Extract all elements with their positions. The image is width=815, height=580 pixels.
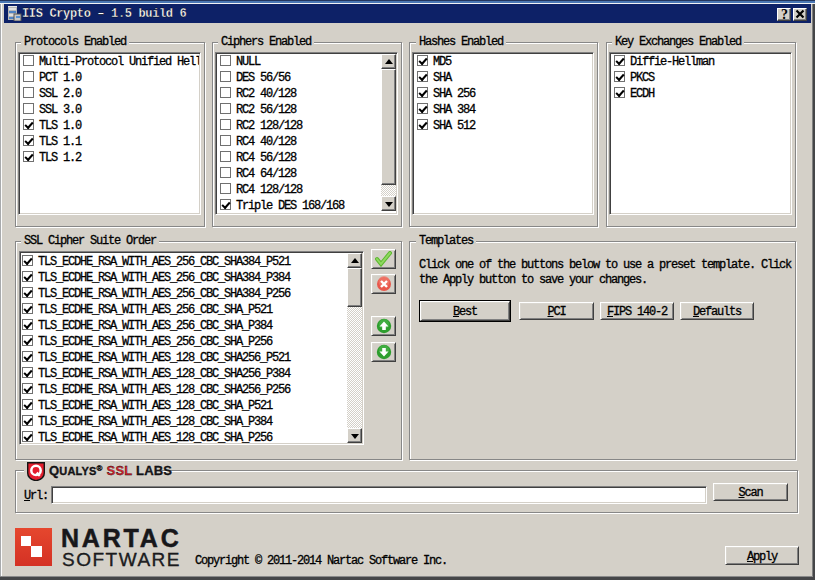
svg-text:?: ? [781, 9, 788, 20]
